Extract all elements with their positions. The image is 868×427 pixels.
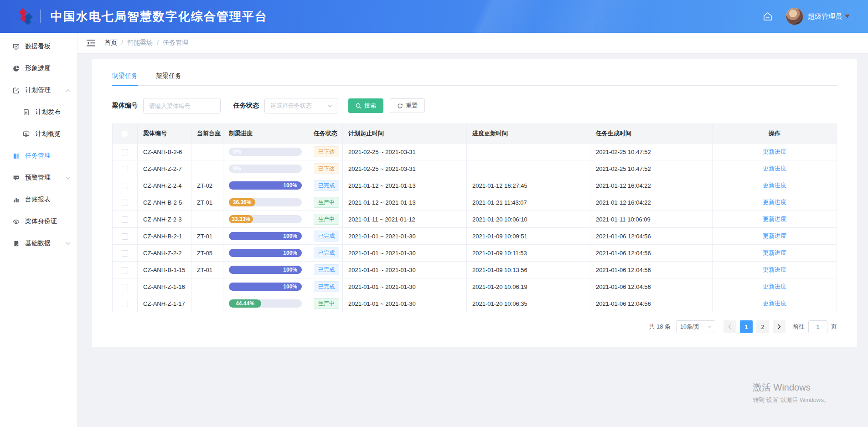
table-row: CZ-ANH-Z-2-2ZT-05100%已完成2021-01-01 ~ 202… <box>113 245 837 262</box>
next-page-button[interactable] <box>773 320 785 333</box>
progress-updated-cell: 2021-01-12 16:27:45 <box>467 177 590 194</box>
update-progress-link[interactable]: 更新进度 <box>763 232 786 239</box>
table-row: CZ-ANH-Z-1-16100%已完成2021-01-01 ~ 2021-01… <box>113 278 837 295</box>
prev-page-button[interactable] <box>723 320 736 333</box>
task-status-select[interactable]: 请选择任务状态 <box>264 98 337 113</box>
task-created-cell: 2021-01-06 12:04:56 <box>590 245 713 262</box>
row-checkbox[interactable] <box>122 250 128 257</box>
page-buttons: 12 <box>738 320 771 333</box>
table-row: CZ-ANH-B-2-5ZT-0136.36%生产中2021-01-12 ~ 2… <box>113 194 837 211</box>
chevron-down-icon <box>66 176 71 180</box>
home-icon[interactable] <box>762 11 773 22</box>
beam-code-cell: CZ-ANH-Z-1-16 <box>138 278 191 295</box>
plan-period-cell: 2021-01-01 ~ 2021-01-30 <box>343 245 467 262</box>
caret-down-icon[interactable] <box>845 15 850 18</box>
beam-code-cell: CZ-ANH-B-2-5 <box>138 194 191 211</box>
task-created-cell: 2021-02-25 10:47:52 <box>590 160 713 177</box>
task-created-cell: 2021-01-12 16:04:22 <box>590 177 713 194</box>
beam-code-cell: CZ-ANH-Z-2-4 <box>138 177 191 194</box>
column-header: 制梁进度 <box>223 124 308 144</box>
sidebar-item-label: 任务管理 <box>25 152 51 160</box>
chevron-down-icon <box>327 104 332 108</box>
sidebar-item-9[interactable]: 梁体身份证 <box>0 211 77 232</box>
chevron-right-icon <box>777 324 781 329</box>
sidebar-item-8[interactable]: 台账报表 <box>0 189 77 211</box>
update-progress-link[interactable]: 更新进度 <box>763 199 786 206</box>
breadcrumb-separator: / <box>157 39 159 46</box>
pagination: 共 18 条 10条/页 12 前往 页 <box>112 320 837 333</box>
goto-page-input[interactable] <box>808 320 827 333</box>
breadcrumb-item-3: 任务管理 <box>163 39 188 47</box>
sidebar-item-7[interactable]: 预警管理 <box>0 167 77 189</box>
task-created-cell: 2021-01-06 12:04:56 <box>590 262 713 278</box>
goto-suffix: 页 <box>831 323 837 331</box>
visual-progress-icon <box>13 65 20 72</box>
data-board-icon <box>13 43 20 50</box>
avatar[interactable] <box>786 8 803 25</box>
update-progress-link[interactable]: 更新进度 <box>763 283 786 290</box>
tab-2[interactable]: 架梁任务 <box>156 67 181 86</box>
task-created-cell: 2021-01-11 10:06:09 <box>590 211 713 228</box>
plan-period-cell: 2021-01-01 ~ 2021-01-30 <box>343 262 467 278</box>
sidebar-item-4[interactable]: 计划发布 <box>0 101 77 123</box>
update-progress-link[interactable]: 更新进度 <box>763 148 786 155</box>
task-status-placeholder: 请选择任务状态 <box>270 102 327 110</box>
tab-1[interactable]: 制梁任务 <box>112 67 138 86</box>
row-checkbox[interactable] <box>122 284 128 290</box>
sidebar-item-2[interactable]: 形象进度 <box>0 57 77 79</box>
sidebar-item-label: 计划发布 <box>35 108 61 116</box>
status-badge: 已下达 <box>314 146 339 157</box>
row-checkbox[interactable] <box>122 233 128 240</box>
beam-code-input[interactable] <box>143 98 221 113</box>
sidebar-item-6[interactable]: 任务管理 <box>0 145 77 167</box>
sidebar-collapse-icon[interactable] <box>85 37 97 49</box>
page-button-1[interactable]: 1 <box>740 320 753 333</box>
sidebar-item-1[interactable]: 数据看板 <box>0 36 77 57</box>
breadcrumb-bar: 首页/智能梁场/任务管理 <box>78 33 868 53</box>
page-button-2[interactable]: 2 <box>756 320 769 333</box>
sidebar-item-3[interactable]: 计划管理 <box>0 79 77 101</box>
status-badge: 已完成 <box>314 264 339 275</box>
progress-updated-cell: 2021-01-21 11:43:07 <box>467 194 590 211</box>
select-all-checkbox[interactable] <box>122 131 128 137</box>
table-row: CZ-ANH-B-1-15ZT-01100%已完成2021-01-01 ~ 20… <box>113 262 837 278</box>
update-progress-link[interactable]: 更新进度 <box>763 216 786 222</box>
row-checkbox[interactable] <box>122 183 128 189</box>
beam-code-cell: CZ-ANH-Z-2-7 <box>138 160 191 177</box>
page-size-select[interactable]: 10条/页 <box>676 320 715 333</box>
progress-updated-cell: 2021-01-09 10:13:56 <box>467 262 590 278</box>
plan-overview-icon <box>23 131 30 138</box>
user-name[interactable]: 超级管理员 <box>808 12 842 21</box>
sidebar-item-label: 计划管理 <box>25 86 51 94</box>
row-checkbox[interactable] <box>122 301 128 307</box>
sidebar-item-10[interactable]: 基础数据 <box>0 232 77 254</box>
update-progress-link[interactable]: 更新进度 <box>763 249 786 256</box>
row-checkbox[interactable] <box>122 149 128 155</box>
warning-manage-icon <box>13 175 20 181</box>
row-checkbox[interactable] <box>122 216 128 223</box>
chevron-down-icon <box>708 325 712 328</box>
update-progress-link[interactable]: 更新进度 <box>763 165 786 172</box>
sidebar-item-label: 台账报表 <box>25 195 51 204</box>
breadcrumb-item-1[interactable]: 首页 <box>104 39 117 47</box>
update-progress-link[interactable]: 更新进度 <box>763 182 786 189</box>
progress-bar: 100% <box>229 283 302 291</box>
tabs: 制梁任务架梁任务 <box>112 67 837 86</box>
task-created-cell: 2021-02-25 10:47:52 <box>590 144 713 160</box>
reset-button[interactable]: 重置 <box>390 98 425 113</box>
beam-code-label: 梁体编号 <box>112 102 138 110</box>
status-badge: 生产中 <box>314 214 339 225</box>
update-progress-link[interactable]: 更新进度 <box>763 266 786 273</box>
plan-publish-icon <box>23 109 30 116</box>
update-progress-link[interactable]: 更新进度 <box>763 300 786 307</box>
sidebar-item-label: 计划概览 <box>35 130 61 138</box>
current-station-cell <box>191 211 223 228</box>
table-body: CZ-ANH-B-2-60%已下达2021-02-25 ~ 2021-03-31… <box>113 144 837 312</box>
row-checkbox[interactable] <box>122 200 128 206</box>
row-checkbox[interactable] <box>122 267 128 273</box>
search-button[interactable]: 搜索 <box>348 98 383 113</box>
row-checkbox[interactable] <box>122 166 128 172</box>
task-created-cell: 2021-01-06 12:04:56 <box>590 295 713 312</box>
watermark-line2: 转到“设置”以激活 Windows。 <box>753 396 830 404</box>
sidebar-item-5[interactable]: 计划概览 <box>0 123 77 145</box>
